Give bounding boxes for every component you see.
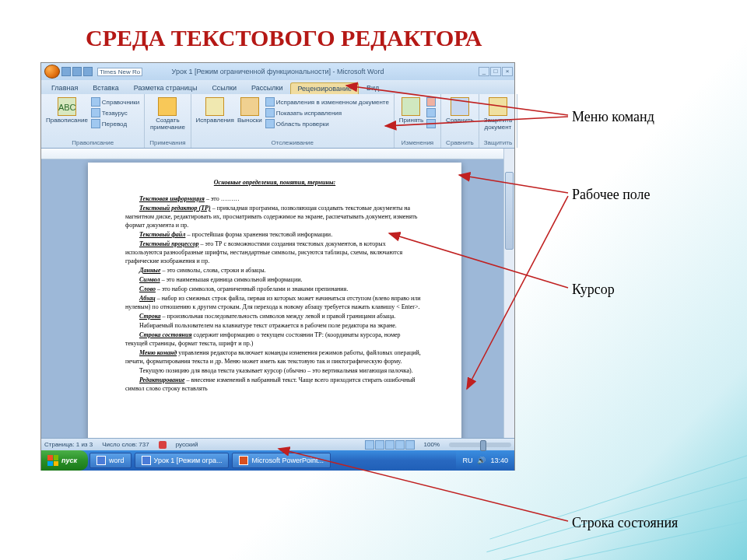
doc-paragraph: Текущую позицию для ввода текста указыва… <box>125 366 424 375</box>
tab-insert[interactable]: Вставка <box>86 82 125 94</box>
taskbar-item[interactable]: word <box>89 453 132 468</box>
word-statusbar: Страница: 1 из 3 Число слов: 737 русский… <box>41 438 514 450</box>
ribbon-tabs: Главная Вставка Разметка страницы Ссылки… <box>41 80 514 94</box>
tab-view[interactable]: Вид <box>359 82 386 94</box>
doc-paragraph: Строка состояния содержит информацию о т… <box>125 331 424 348</box>
annotation-statusbar: Строка состояния <box>572 515 678 531</box>
redo-icon[interactable] <box>83 67 93 76</box>
reject-button[interactable] <box>426 97 436 107</box>
doc-paragraph: Текстовый файл – простейшая форма хранен… <box>125 230 424 239</box>
doc-paragraph: Абзац – набор из смежных строк файла, пе… <box>125 294 424 311</box>
status-lang[interactable]: русский <box>176 441 198 448</box>
ribbon-group-comments: Создать примечание Примечания <box>145 94 191 148</box>
new-comment-button[interactable]: Создать примечание <box>149 97 185 131</box>
doc-paragraph: Текстовая информация – это ……… <box>125 194 424 203</box>
annotation-menu: Меню команд <box>572 109 654 125</box>
doc-paragraph: Текстовый редактор (ТР) – прикладная про… <box>125 204 424 229</box>
windows-taskbar: пуск word Урок 1 [Режим огра... Microsof… <box>41 450 514 471</box>
taskbar-item[interactable]: Microsoft PowerPoint... <box>232 453 331 468</box>
doc-paragraph: Редактирование – внесение изменений в на… <box>125 376 424 393</box>
ribbon-group-tracking: Исправления Выноски Исправления в измене… <box>191 94 395 148</box>
horizontal-ruler[interactable] <box>41 149 514 159</box>
start-button[interactable]: пуск <box>41 450 88 471</box>
tab-mailings[interactable]: Рассылки <box>244 82 289 94</box>
zoom-slider[interactable] <box>449 443 511 447</box>
taskbar-item[interactable]: Урок 1 [Режим огра... <box>135 453 230 468</box>
reviewing-pane-button[interactable]: Область проверки <box>265 119 389 128</box>
doc-paragraph: Слово – это набор символов, ограниченный… <box>125 285 424 293</box>
translate-button[interactable]: Перевод <box>91 119 139 128</box>
tab-review[interactable]: Рецензирование <box>290 82 359 94</box>
word-icon <box>142 456 151 465</box>
undo-icon[interactable] <box>72 67 82 76</box>
word-icon <box>96 456 106 465</box>
tray-time: 13:40 <box>490 457 508 464</box>
proofing-icon[interactable] <box>159 441 167 449</box>
balloons-button[interactable]: Выноски <box>237 97 262 124</box>
spelling-button[interactable]: ABC Правописание <box>46 97 88 124</box>
tray-lang[interactable]: RU <box>462 457 472 464</box>
windows-logo-icon <box>47 455 58 466</box>
font-selector[interactable]: Times New Ro <box>97 68 142 76</box>
thesaurus-button[interactable]: Тезаурус <box>91 108 139 117</box>
system-tray[interactable]: RU 🔊 13:40 <box>456 450 514 471</box>
window-title-text: Урок 1 [Режим ограниченной функционально… <box>172 68 384 75</box>
accept-button[interactable]: Принять <box>399 97 423 124</box>
status-page[interactable]: Страница: 1 из 3 <box>44 441 93 448</box>
ribbon-body: ABC Правописание Справочники Тезаурус Пе… <box>41 94 514 149</box>
minimize-button[interactable]: _ <box>479 67 489 76</box>
status-words[interactable]: Число слов: 737 <box>102 441 149 448</box>
prev-change-button[interactable] <box>426 108 436 117</box>
annotation-cursor: Курсор <box>572 282 615 298</box>
tab-references[interactable]: Ссылки <box>205 82 244 94</box>
doc-paragraph: Набираемый пользователем на клавиатуре т… <box>125 321 424 330</box>
ribbon-group-changes: Принять Изменения <box>395 94 441 148</box>
research-button[interactable]: Справочники <box>91 97 139 107</box>
ribbon-group-proofing: ABC Правописание Справочники Тезаурус Пе… <box>41 94 145 148</box>
doc-paragraph: Меню команд управления редактора включае… <box>125 348 424 366</box>
word-screenshot: Times New Ro Урок 1 [Режим ограниченной … <box>40 62 515 471</box>
tab-pagelayout[interactable]: Разметка страницы <box>127 82 205 94</box>
display-review-button[interactable]: Исправления в измененном документе <box>265 97 389 107</box>
zoom-level[interactable]: 100% <box>424 441 440 448</box>
show-markup-button[interactable]: Показать исправления <box>265 108 389 117</box>
office-button[interactable] <box>44 65 60 79</box>
doc-paragraph: Данные – это символы, слова, строки и аб… <box>125 266 424 275</box>
maximize-button[interactable]: □ <box>490 67 501 76</box>
tab-home[interactable]: Главная <box>44 82 85 94</box>
view-buttons[interactable] <box>365 440 415 450</box>
doc-paragraph: Символ – это наименьшая единица символьн… <box>125 275 424 284</box>
tray-volume-icon[interactable]: 🔊 <box>477 457 486 464</box>
save-icon[interactable] <box>61 67 71 76</box>
quick-access-toolbar: Times New Ro <box>44 65 142 79</box>
protect-button[interactable]: Защитить документ <box>484 97 512 131</box>
track-changes-button[interactable]: Исправления <box>196 97 234 124</box>
doc-paragraph: Текстовый процессор – это ТР с возможнос… <box>125 240 424 265</box>
ribbon-group-protect: Защитить документ Защитить <box>479 94 517 148</box>
compare-button[interactable]: Сравнить <box>446 97 474 124</box>
annotation-workarea: Рабочее поле <box>572 187 651 203</box>
ribbon-group-compare: Сравнить Сравнить <box>441 94 479 148</box>
doc-paragraph: Строка – произвольная последовательность… <box>125 312 424 320</box>
next-change-button[interactable] <box>426 119 436 128</box>
document-page[interactable]: Основные определения, понятия, термины: … <box>88 163 461 438</box>
vertical-scrollbar[interactable] <box>503 149 514 438</box>
scrollbar-thumb[interactable] <box>505 172 514 250</box>
doc-heading: Основные определения, понятия, термины: <box>125 178 424 187</box>
document-area[interactable]: Основные определения, понятия, термины: … <box>41 149 514 438</box>
ppt-icon <box>239 456 248 465</box>
slide-title: СРЕДА ТЕКСТОВОГО РЕДАКТОРА <box>86 25 482 51</box>
close-button[interactable]: × <box>502 67 513 76</box>
word-titlebar: Times New Ro Урок 1 [Режим ограниченной … <box>41 63 514 80</box>
